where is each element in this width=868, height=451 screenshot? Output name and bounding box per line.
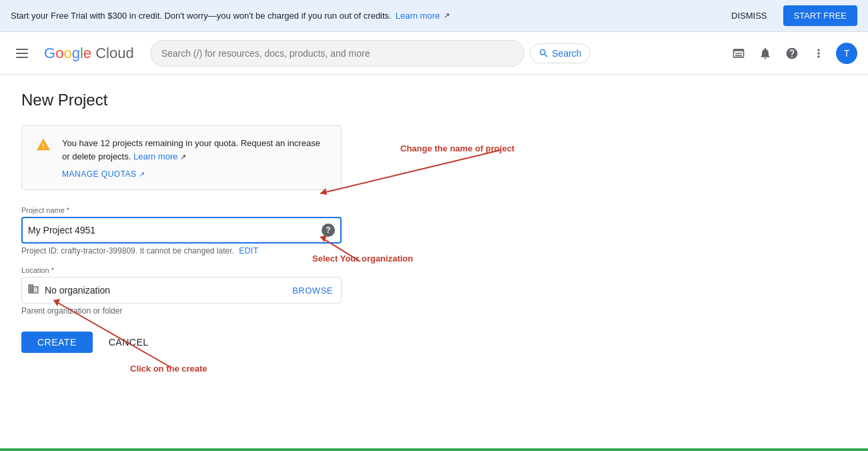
banner-message: Start your Free Trial with $300 in credi…	[11, 11, 450, 21]
search-icon	[538, 48, 549, 59]
project-name-group: Project name * ? Project ID: crafty-trac…	[21, 206, 342, 256]
alert-text: You have 12 projects remaining in your q…	[62, 137, 328, 163]
search-input[interactable]	[161, 48, 514, 59]
project-name-input-wrap: ?	[21, 217, 342, 244]
external-link-icon-2: ↗	[180, 153, 186, 161]
hamburger-line-3	[16, 57, 28, 58]
hamburger-line-2	[16, 53, 28, 54]
google-cloud-logo[interactable]: Google Cloud	[44, 45, 134, 62]
hamburger-line-1	[16, 49, 28, 50]
learn-more-banner-link[interactable]: Learn more	[396, 11, 440, 21]
browse-button[interactable]: BROWSE	[290, 286, 336, 296]
menu-button[interactable]	[11, 43, 33, 63]
location-group: Location * No organization BROWSE Parent…	[21, 266, 342, 316]
project-name-help-icon[interactable]: ?	[322, 223, 335, 237]
search-button[interactable]: Search	[530, 43, 590, 63]
warning-triangle-icon	[36, 137, 51, 152]
cancel-button[interactable]: CANCEL	[103, 332, 154, 353]
banner-text: Start your Free Trial with $300 in credi…	[11, 11, 392, 21]
dismiss-button[interactable]: DISMISS	[723, 7, 775, 25]
more-options-button[interactable]	[807, 41, 831, 65]
create-button[interactable]: CREATE	[21, 332, 93, 353]
help-button[interactable]	[780, 41, 804, 65]
form-buttons: CREATE CANCEL	[21, 332, 342, 353]
notifications-icon	[759, 47, 772, 60]
learn-more-alert-link[interactable]: Learn more	[133, 151, 177, 161]
start-free-button[interactable]: START FREE	[783, 5, 857, 26]
external-link-icon-3: ↗	[139, 170, 145, 178]
location-label: Location *	[21, 266, 342, 274]
project-name-input[interactable]	[28, 225, 322, 236]
banner-actions: DISMISS START FREE	[723, 5, 857, 26]
header: Google Cloud Search	[0, 32, 868, 75]
main-content: New Project You have 12 projects remaini…	[0, 75, 600, 369]
notifications-button[interactable]	[753, 41, 777, 65]
organization-icon	[27, 283, 39, 298]
search-label: Search	[552, 48, 581, 59]
form-section: Project name * ? Project ID: crafty-trac…	[21, 206, 342, 353]
help-icon	[785, 47, 799, 60]
project-name-label: Project name *	[21, 206, 342, 214]
page-title: New Project	[21, 91, 579, 109]
manage-quotas-link[interactable]: MANAGE QUOTAS ↗	[62, 169, 145, 179]
location-input-wrap: No organization BROWSE	[21, 277, 342, 304]
top-banner: Start your Free Trial with $300 in credi…	[0, 0, 868, 32]
cloud-shell-button[interactable]	[727, 41, 751, 65]
avatar[interactable]: T	[836, 43, 857, 64]
header-icons: T	[727, 41, 857, 65]
more-vert-icon	[812, 47, 825, 60]
alert-icon	[35, 137, 51, 153]
cloud-shell-icon	[732, 47, 745, 60]
location-value: No organization	[45, 285, 284, 296]
alert-content: You have 12 projects remaining in your q…	[62, 137, 328, 179]
alert-box: You have 12 projects remaining in your q…	[21, 125, 342, 190]
external-link-icon: ↗	[444, 11, 450, 20]
search-area: Search	[150, 40, 590, 67]
logo-text: Google Cloud	[44, 45, 134, 62]
edit-project-id-link[interactable]: EDIT	[239, 246, 258, 256]
search-bar	[150, 40, 525, 67]
location-hint: Parent organization or folder	[21, 306, 342, 316]
project-id-text: Project ID: crafty-tractor-399809. It ca…	[21, 246, 342, 256]
